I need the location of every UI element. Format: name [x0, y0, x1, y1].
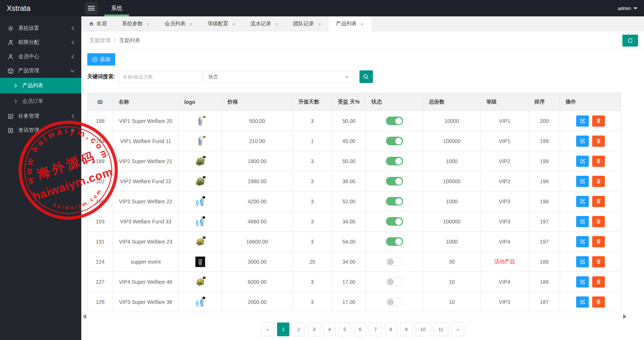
sidebar-item-task-management[interactable]: 任务管理	[0, 109, 81, 123]
close-icon[interactable]: ×	[232, 21, 236, 27]
page-button[interactable]: 11	[434, 322, 449, 336]
sidebar-item-permissions[interactable]: 权限分配	[0, 35, 81, 50]
cell-days: 25	[293, 252, 332, 272]
close-icon[interactable]: ×	[275, 21, 278, 27]
pagination: «1234567891011»	[81, 322, 644, 336]
cell-days: 3	[293, 212, 332, 232]
prev-page-button[interactable]: «	[261, 322, 274, 336]
main-content: 添加 关键词搜索: 状态 ID名称logo价格升值天数受益 天%状态总份数等级排…	[81, 50, 644, 340]
status-toggle[interactable]	[386, 237, 403, 246]
page-button[interactable]: 8	[385, 322, 397, 336]
user-menu[interactable]: admin	[618, 0, 637, 16]
hamburger-button[interactable]	[85, 2, 98, 15]
page-button[interactable]: 6	[354, 322, 366, 336]
status-toggle[interactable]	[386, 197, 403, 206]
blue-crystal-logo-image	[193, 215, 207, 228]
edit-button[interactable]	[576, 196, 589, 207]
status-toggle[interactable]	[386, 257, 403, 266]
page-button[interactable]: 2	[292, 322, 305, 336]
sidebar-item-member-center[interactable]: 会员中心	[0, 50, 81, 64]
tab-label: 等级配置	[208, 20, 229, 27]
toggle-knob	[387, 279, 394, 285]
page-button[interactable]: 7	[369, 322, 381, 336]
edit-button[interactable]	[576, 156, 589, 167]
tab-item[interactable]: 等级配置×	[200, 16, 243, 31]
edit-button[interactable]	[576, 176, 589, 187]
sidebar-subitem-member-orders[interactable]: 会员订单	[0, 93, 81, 109]
add-button[interactable]: 添加	[87, 53, 115, 66]
topnav-label: 系统	[111, 5, 122, 12]
tab-item[interactable]: 产品列表×	[329, 16, 371, 31]
sidebar-item-news-management[interactable]: 资讯管理	[0, 123, 81, 137]
scroll-left-icon[interactable]	[83, 314, 86, 319]
sidebar-subitem-product-list[interactable]: 产品列表	[0, 78, 81, 93]
tab-item[interactable]: 系统参数×	[114, 16, 157, 31]
cell-total: 100000	[423, 131, 481, 151]
edit-icon	[580, 138, 585, 144]
delete-button[interactable]	[592, 216, 605, 227]
delete-button[interactable]	[592, 136, 605, 147]
delete-button[interactable]	[592, 115, 605, 127]
table-row: 102VIP2 Welfare Fund 221980.00338.001000…	[88, 171, 621, 191]
status-toggle[interactable]	[386, 217, 403, 226]
sidebar-item-product-management[interactable]: 产品管理	[0, 64, 81, 78]
toggle-knob	[395, 158, 402, 165]
status-select[interactable]: 状态	[204, 71, 354, 83]
edit-icon	[580, 219, 585, 224]
chevron-left-icon	[71, 26, 75, 31]
page-button[interactable]: 1	[277, 322, 289, 336]
tab-item[interactable]: 团队记录×	[286, 16, 329, 31]
table-row: 191VIP4 Super Welfare 2316600.00354.0010…	[88, 232, 621, 252]
close-icon[interactable]: ×	[189, 21, 193, 27]
status-toggle[interactable]	[386, 277, 403, 286]
breadcrumb-parent[interactable]: 互助管理	[89, 37, 110, 44]
search-button[interactable]	[359, 70, 373, 83]
tab-home[interactable]: 欢迎	[81, 16, 114, 31]
edit-button[interactable]	[576, 276, 589, 287]
edit-button[interactable]	[576, 136, 589, 147]
status-toggle[interactable]	[386, 157, 403, 165]
delete-button[interactable]	[592, 156, 605, 167]
status-toggle[interactable]	[386, 298, 403, 306]
page-button[interactable]: 3	[308, 322, 320, 336]
edit-button[interactable]	[576, 256, 589, 267]
page-button[interactable]: 4	[323, 322, 336, 336]
edit-button[interactable]	[576, 115, 589, 127]
cell-ops	[560, 171, 621, 191]
refresh-button[interactable]	[622, 35, 638, 47]
cell-status	[366, 171, 423, 191]
cell-id: 188	[88, 111, 113, 131]
tab-item[interactable]: 会员列表×	[157, 16, 200, 31]
status-toggle[interactable]	[386, 177, 403, 185]
page-button[interactable]: 9	[400, 322, 412, 336]
close-icon[interactable]: ×	[361, 21, 364, 27]
delete-button[interactable]	[592, 196, 605, 207]
tab-label: 会员列表	[165, 20, 186, 27]
edit-button[interactable]	[576, 296, 589, 308]
delete-button[interactable]	[592, 276, 605, 287]
edit-button[interactable]	[576, 216, 589, 227]
chevron-right-icon	[14, 83, 17, 88]
delete-button[interactable]	[592, 256, 605, 267]
cell-percent: 34.00	[332, 212, 366, 232]
status-toggle[interactable]	[386, 117, 403, 125]
close-icon[interactable]: ×	[147, 21, 150, 27]
tab-item[interactable]: 流水记录×	[243, 16, 286, 31]
next-page-button[interactable]: »	[451, 322, 464, 336]
scroll-right-icon[interactable]	[623, 314, 626, 319]
delete-button[interactable]	[592, 296, 605, 308]
cell-days: 3	[293, 272, 332, 292]
edit-button[interactable]	[576, 236, 589, 247]
topnav-system[interactable]: 系统	[104, 0, 129, 16]
close-icon[interactable]: ×	[318, 21, 321, 27]
cell-status	[366, 151, 423, 171]
edit-icon	[580, 279, 585, 285]
cell-logo	[179, 212, 222, 232]
page-button[interactable]: 5	[339, 322, 351, 336]
delete-button[interactable]	[592, 176, 605, 187]
keyword-input[interactable]	[118, 71, 202, 83]
delete-button[interactable]	[592, 236, 605, 247]
page-button[interactable]: 10	[415, 322, 430, 336]
status-toggle[interactable]	[386, 137, 403, 145]
sidebar-item-system-settings[interactable]: 系统设置	[0, 21, 81, 35]
